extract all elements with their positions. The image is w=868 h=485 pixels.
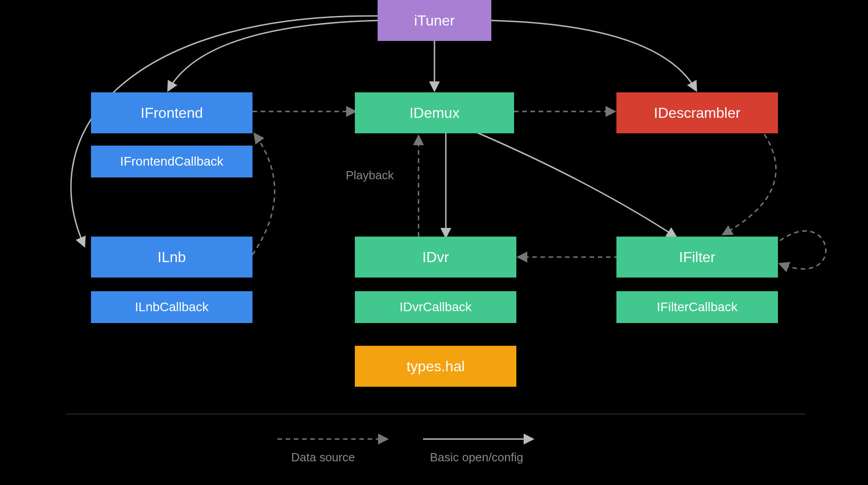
node-ilnbcallback: ILnbCallback: [91, 291, 252, 323]
node-ifiltercallback: IFilterCallback: [616, 291, 778, 323]
node-label: IDvrCallback: [399, 300, 472, 314]
node-idemux: IDemux: [355, 92, 514, 133]
node-label: IDemux: [409, 105, 459, 121]
node-ilnb: ILnb: [91, 237, 252, 278]
node-idescrambler: IDescrambler: [616, 92, 778, 133]
edge-label-playback: Playback: [346, 168, 394, 182]
node-label: ILnbCallback: [135, 300, 209, 314]
node-label: IFrontend: [141, 105, 203, 121]
node-label: iTuner: [414, 12, 455, 29]
node-ituner: iTuner: [378, 0, 491, 41]
node-typeshal: types.hal: [355, 346, 516, 387]
node-label: IFilterCallback: [657, 300, 737, 314]
node-ifrontendcallback: IFrontendCallback: [91, 146, 252, 177]
node-label: IFrontendCallback: [120, 154, 223, 169]
node-label: ILnb: [157, 249, 186, 266]
node-label: IDescrambler: [654, 105, 740, 121]
node-idvr: IDvr: [355, 237, 516, 278]
node-label: IDvr: [422, 249, 449, 266]
node-label: types.hal: [406, 358, 464, 375]
node-ifrontend: IFrontend: [91, 92, 252, 133]
legend-basic: Basic open/config: [430, 450, 523, 465]
node-ifilter: IFilter: [616, 237, 778, 278]
node-idvrcallback: IDvrCallback: [355, 291, 516, 323]
node-label: IFilter: [679, 249, 716, 266]
legend-datasource: Data source: [291, 450, 355, 465]
diagram-canvas: iTuner IFrontend IFrontendCallback IDemu…: [0, 0, 868, 485]
